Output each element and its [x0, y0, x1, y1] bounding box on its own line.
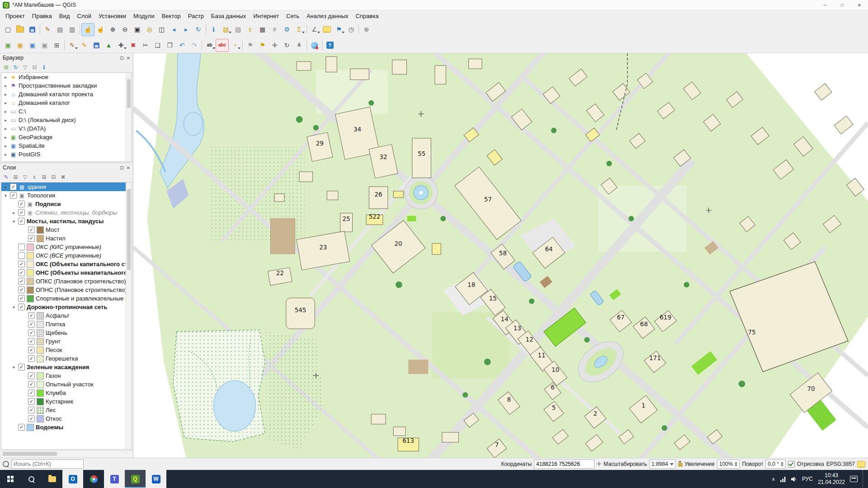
taskbar-outlook[interactable]: O — [62, 470, 83, 488]
layer-checkbox[interactable]: ✓ — [28, 329, 35, 336]
expander-icon[interactable]: ▸ — [3, 135, 8, 140]
scale-combo[interactable]: 1:8984 — [649, 460, 676, 469]
browser-item-drive-v[interactable]: ▸ ▭ V:\ (DATA) — [1, 124, 126, 133]
browser-item-geopackage[interactable]: ▸ ▣ GeoPackage — [1, 133, 126, 141]
rotate-label-icon[interactable]: ↻ — [281, 39, 293, 52]
layer-checkbox[interactable] — [18, 252, 25, 259]
processing-toolbox-icon[interactable]: ⚙ — [281, 23, 293, 36]
group-zelenye[interactable]: ▾ ✓ Зеленые насаждения — [1, 363, 126, 371]
browser-refresh-icon[interactable]: ↻ — [11, 63, 20, 72]
diagram-options-icon[interactable]: ◔ — [229, 39, 241, 52]
layer-checkbox[interactable]: ✓ — [28, 407, 35, 413]
refresh-map-icon[interactable]: ↻ — [192, 23, 204, 36]
layer-opns[interactable]: ✓ ОПНС (Плановое строительство) — [1, 286, 126, 294]
panel-float-button[interactable]: ⊡ — [120, 165, 123, 170]
language-indicator[interactable]: РУС — [802, 476, 813, 482]
expander-icon[interactable]: ▸ — [3, 185, 8, 189]
tray-expand-icon[interactable]: ∧ — [772, 476, 775, 482]
maximize-button[interactable]: □ — [834, 0, 851, 10]
deselect-features-icon[interactable]: ▨ — [232, 23, 244, 36]
style-manager-icon[interactable]: ✎ — [42, 23, 54, 36]
save-project-icon[interactable] — [26, 23, 38, 36]
taskbar-search-button[interactable] — [21, 470, 42, 488]
pan-map-icon[interactable]: ☝ — [81, 23, 94, 36]
toggle-editing-icon[interactable]: ✎ — [78, 39, 90, 52]
rotation-spinbox[interactable]: 0,0 ° — [765, 460, 786, 469]
expander-icon[interactable]: ▾ — [11, 305, 16, 310]
delete-selected-icon[interactable]: ✖ — [127, 39, 139, 52]
layer-checkbox[interactable]: ✓ — [28, 372, 35, 379]
menu-item[interactable]: Сеть — [283, 11, 303, 21]
panel-close-button[interactable]: ✕ — [127, 165, 130, 170]
layer-checkbox[interactable]: ✓ — [18, 295, 25, 302]
spinner-arrows-icon[interactable] — [735, 460, 737, 468]
pin-labels-icon[interactable]: ⚑ — [244, 39, 256, 52]
spinner-arrows-icon[interactable] — [781, 460, 783, 468]
layer-gazon[interactable]: ✓ Газон — [1, 371, 126, 380]
coordinates-input[interactable] — [534, 460, 594, 469]
layer-asfalt[interactable]: ✓ Асфальт — [1, 311, 126, 320]
new-geopackage-layer-icon[interactable]: ▣ — [2, 39, 14, 52]
menu-item[interactable]: База данных — [208, 11, 250, 21]
save-edits-icon[interactable] — [90, 39, 103, 52]
zoom-next-icon[interactable]: ▸ — [180, 23, 192, 36]
layer-checkbox[interactable]: ✓ — [28, 355, 35, 362]
layer-opytnyj[interactable]: ✓ Опытный участок — [1, 380, 126, 389]
magnifier-spinbox[interactable]: 100% — [717, 460, 740, 469]
expander-icon[interactable]: ▸ — [3, 152, 8, 157]
layer-sport[interactable]: ✓ Спортивные и развлекательные площадки — [1, 294, 126, 303]
layer-checkbox[interactable]: ✓ — [28, 235, 35, 242]
labeling-options-icon[interactable]: ab — [203, 39, 216, 52]
layer-zdaniya[interactable]: ▸ ✓ ▦ здания — [1, 183, 126, 191]
vertex-tool-icon[interactable]: ✚ — [115, 39, 127, 52]
select-by-expression-icon[interactable]: ε — [244, 23, 256, 36]
change-label-icon[interactable]: A — [293, 39, 305, 52]
group-podpisi[interactable]: ✓ ▣ Подписи — [1, 200, 126, 208]
layer-checkbox[interactable]: ✓ — [18, 201, 25, 207]
temporal-controller-icon[interactable]: ◷ — [345, 23, 357, 36]
layer-most[interactable]: ✓ Мост — [1, 225, 126, 234]
browser-scrollbar[interactable] — [126, 73, 132, 161]
search-locator-icon[interactable]: ⊕ — [360, 23, 373, 36]
expander-icon[interactable]: ▸ — [3, 75, 8, 80]
menu-item[interactable]: Проект — [2, 11, 28, 21]
show-desktop-button[interactable] — [863, 470, 865, 488]
new-bookmark-icon[interactable]: ⚑ — [333, 23, 345, 36]
browser-item-drive-c[interactable]: ▸ ▭ C:\ — [1, 107, 126, 116]
layers-scrollbar[interactable] — [126, 183, 132, 449]
layer-checkbox[interactable]: ✓ — [18, 304, 25, 310]
layer-kustarnik[interactable]: ✓ Кустарник — [1, 397, 126, 406]
expander-icon[interactable]: ▸ — [3, 101, 8, 105]
layer-nastil[interactable]: ✓ Настил — [1, 234, 126, 243]
menu-item[interactable]: Справка — [352, 11, 382, 21]
layer-vodoemy[interactable]: ✓ Водоемы — [1, 423, 126, 432]
layer-oks[interactable]: ✓ ОКС (Объекты капитального строительств… — [1, 260, 126, 268]
filter-expression-icon[interactable]: ε — [30, 173, 39, 182]
layer-klumba[interactable]: ✓ Клумба — [1, 389, 126, 397]
action-center-icon[interactable] — [850, 476, 858, 482]
expander-icon[interactable]: ▾ — [11, 365, 16, 370]
layer-oks-vse[interactable]: ОКС (ВСЕ утраченные) — [1, 251, 126, 260]
expander-icon[interactable]: ▸ — [3, 127, 8, 131]
network-icon[interactable] — [780, 476, 786, 482]
layer-plitka[interactable]: ✓ Плитка — [1, 320, 126, 328]
menu-item[interactable]: Вид — [56, 11, 74, 21]
metasearch-icon[interactable] — [308, 39, 321, 52]
menu-item[interactable]: Установки — [95, 11, 130, 21]
taskbar-teams[interactable]: T — [104, 470, 125, 488]
group-dorozhno[interactable]: ▾ ✓ Дорожно-тропиночная сеть — [1, 303, 126, 311]
open-project-icon[interactable] — [14, 23, 26, 36]
expander-icon[interactable]: ▸ — [11, 211, 16, 215]
layer-checkbox[interactable]: ✓ — [28, 338, 35, 345]
taskbar-word[interactable]: W — [146, 470, 166, 488]
undo-icon[interactable]: ↶ — [176, 39, 188, 52]
move-label-icon[interactable]: ✛ — [269, 39, 281, 52]
layer-checkbox[interactable]: ✓ — [10, 183, 17, 190]
render-checkbox[interactable] — [788, 461, 795, 468]
layer-styling-icon[interactable]: ✎ — [2, 173, 10, 182]
layer-checkbox[interactable]: ✓ — [18, 209, 25, 216]
browser-item-postgis[interactable]: ▸ ▣ PostGIS — [1, 150, 126, 159]
add-group-icon[interactable]: ⊞ — [11, 173, 20, 182]
panel-close-button[interactable]: ✕ — [127, 56, 130, 61]
layer-stenki[interactable]: ▸ ✓ ▣ Стенки, лестницы, бордюры — [1, 208, 126, 217]
